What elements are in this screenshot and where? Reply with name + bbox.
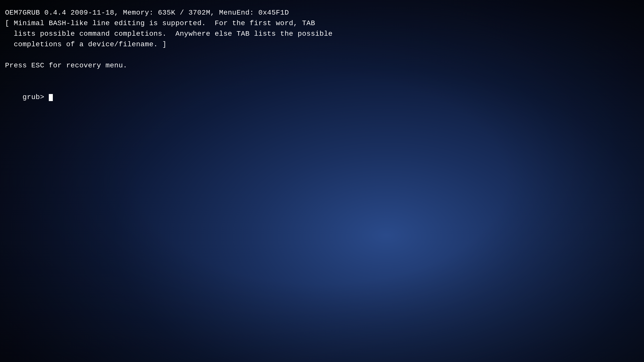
terminal-screen: OEM7GRUB 0.4.4 2009-11-18, Memory: 635K … — [0, 0, 644, 121]
terminal-line-press-esc: Press ESC for recovery menu. — [5, 60, 636, 71]
cursor-blink — [49, 94, 53, 101]
terminal-line-4: completions of a device/filename. ] — [5, 39, 636, 50]
terminal-prompt-line[interactable]: grub> — [5, 81, 636, 113]
terminal-line-1: OEM7GRUB 0.4.4 2009-11-18, Memory: 635K … — [5, 8, 636, 18]
blank-line-1 — [5, 50, 636, 60]
terminal-line-3: lists possible command completions. Anyw… — [5, 29, 636, 39]
terminal-line-2: [ Minimal BASH-like line editing is supp… — [5, 18, 636, 29]
blank-line-2 — [5, 71, 636, 81]
grub-prompt: grub> — [22, 93, 49, 101]
